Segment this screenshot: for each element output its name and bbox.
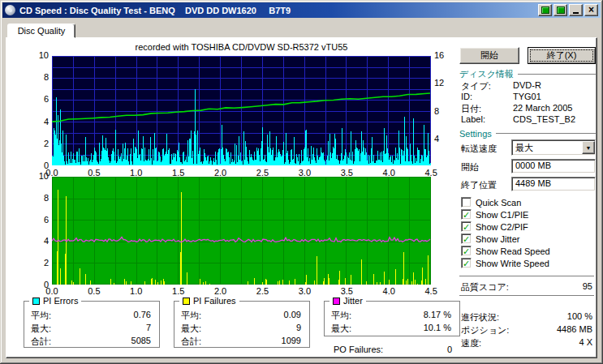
checkbox-show-read-speed[interactable]: ✓Show Read Speed xyxy=(461,245,591,257)
close-button[interactable]: × xyxy=(584,4,598,16)
legend-title-row: PI Errors xyxy=(29,296,81,306)
window-title: CD Speed : Disc Quality Test - BENQ DVD … xyxy=(19,6,536,15)
axis-tick-label: 10 xyxy=(39,171,49,182)
green-monitor-icon xyxy=(541,6,549,14)
pi-failures-swatch-icon xyxy=(183,298,190,305)
top-chart-y-axis-right: 161284 xyxy=(434,50,454,144)
axis-tick-label: 2 xyxy=(44,139,49,149)
tab-label: Disc Quality xyxy=(18,26,66,36)
po-failures-value: 0 xyxy=(447,345,452,354)
titlebar-green-icon-button-2[interactable] xyxy=(553,4,567,16)
axis-tick-label: 1.5 xyxy=(157,286,200,296)
axis-tick-label: 16 xyxy=(434,50,444,61)
disc-type-value: DVD-R xyxy=(513,80,541,90)
top-chart-y-axis-left: 1086420 xyxy=(28,50,49,171)
checkbox-quick-scan[interactable]: Quick Scan xyxy=(461,196,591,208)
axis-tick-label: 0.5 xyxy=(73,286,115,296)
exit-button[interactable]: 終了(X) xyxy=(528,47,596,64)
axis-tick-label: 4.0 xyxy=(368,286,410,296)
start-position-field[interactable]: 0000 MB xyxy=(511,159,596,173)
legend-title: PI Errors xyxy=(43,296,78,306)
check-icon: ✓ xyxy=(463,211,470,219)
checkbox-box[interactable]: ✓ xyxy=(461,209,472,220)
tab-page: recorded with TOSHIBA CD/DVDW SD-R5372 v… xyxy=(6,37,597,358)
legend-row: 合計:5085 xyxy=(31,336,151,349)
check-icon: ✓ xyxy=(463,223,470,231)
position-value: 4486 MB xyxy=(557,324,592,335)
tab-disc-quality[interactable]: Disc Quality xyxy=(7,24,75,38)
checkbox-label: Show Write Speed xyxy=(476,259,549,268)
progress-value: 100 % xyxy=(567,311,592,322)
pif-jitter-chart xyxy=(52,177,431,285)
checkbox-box[interactable]: ✓ xyxy=(461,221,472,232)
legend-row: 最大:9 xyxy=(181,323,301,336)
po-failures-label: PO Failures: xyxy=(334,345,383,354)
legend-row: 平均:0.76 xyxy=(31,310,151,323)
checkbox-label: Show C1/PIE xyxy=(476,210,528,220)
bottom-chart-y-axis-left: 1086420 xyxy=(28,171,49,290)
axis-tick-label: 4 xyxy=(44,117,49,127)
minimize-button[interactable] xyxy=(569,4,583,16)
axis-tick-label: 8 xyxy=(44,193,49,203)
checkbox-box[interactable]: ✓ xyxy=(461,233,472,244)
axis-tick-label: 8 xyxy=(44,72,49,83)
quality-score-row: 品質スコア: 95 xyxy=(461,281,592,292)
title-bar: CD Speed : Disc Quality Test - BENQ DVD … xyxy=(2,2,601,18)
window: CD Speed : Disc Quality Test - BENQ DVD … xyxy=(0,0,603,364)
legend-jitter: Jitter 平均:8.17 % 最大:10.1 % xyxy=(324,301,460,336)
axis-tick-label: 2.0 xyxy=(200,286,242,296)
end-position-field[interactable]: 4489 MB xyxy=(511,177,596,191)
header-rule xyxy=(496,133,596,135)
start-button[interactable]: 開始 xyxy=(459,47,519,64)
disc-info-header: ディスク情報 xyxy=(459,69,596,79)
legend-row: 平均:8.17 % xyxy=(331,310,451,323)
checkbox-show-c2-pif[interactable]: ✓Show C2/PIF xyxy=(461,221,591,233)
checkbox-show-write-speed[interactable]: ✓Show Write Speed xyxy=(461,257,591,269)
legend-row: 最大:10.1 % xyxy=(331,323,451,336)
pie-errors-chart xyxy=(52,56,431,165)
checkbox-label: Quick Scan xyxy=(476,198,521,208)
axis-tick-label: 3.5 xyxy=(325,286,368,296)
legend-pi-errors: PI Errors 平均:0.76 最大:7 合計:5085 xyxy=(24,301,160,348)
axis-tick-label: 4 xyxy=(434,134,439,144)
checkbox-show-jitter[interactable]: ✓Show Jitter xyxy=(461,233,591,245)
disc-id-value: TYG01 xyxy=(513,92,541,101)
checkbox-box[interactable]: ✓ xyxy=(461,246,472,256)
close-icon: × xyxy=(588,6,594,15)
po-failures-row: PO Failures: 0 xyxy=(324,345,460,354)
bottom-chart-x-axis: 0.00.51.01.52.02.53.03.54.04.5 xyxy=(31,286,452,296)
jitter-swatch-icon xyxy=(333,298,340,305)
transfer-speed-select[interactable]: 最大 ▼ xyxy=(511,139,596,156)
disc-date-row: 日付: 22 March 2005 xyxy=(461,103,596,113)
progress-row: 進行状況: 100 % xyxy=(461,311,592,322)
check-icon: ✓ xyxy=(463,247,470,255)
axis-tick-label: 2 xyxy=(44,258,49,268)
speed-row: 速度: 4 X xyxy=(461,337,592,348)
position-row: ポジション: 4486 MB xyxy=(461,324,592,335)
pi-errors-swatch-icon xyxy=(32,298,40,305)
right-panel: 開始 終了(X) ディスク情報 タイプ: DVD-R ID: TYG01 日付:… xyxy=(459,38,596,359)
disc-label-row: Label: CDS_TEST_B2 xyxy=(461,114,596,125)
legend-title-row: PI Failures xyxy=(179,296,239,306)
checkbox-box[interactable]: ✓ xyxy=(461,258,472,268)
axis-tick-label: 0.0 xyxy=(31,286,73,296)
checkbox-label: Show Read Speed xyxy=(476,246,550,256)
checkbox-show-c1-pie[interactable]: ✓Show C1/PIE xyxy=(461,208,591,221)
settings-header: Settings xyxy=(459,128,596,139)
recorded-with-note: recorded with TOSHIBA CD/DVDW SD-R5372 v… xyxy=(52,42,431,52)
check-icon: ✓ xyxy=(463,259,470,268)
checkbox-label: Show C2/PIF xyxy=(476,222,528,232)
legend-title-row: Jitter xyxy=(329,296,366,306)
axis-tick-label: 6 xyxy=(44,94,49,105)
axis-tick-label: 2.5 xyxy=(242,286,284,296)
checkbox-label: Show Jitter xyxy=(476,234,519,244)
disc-date-value: 22 March 2005 xyxy=(513,103,572,113)
quality-score-value: 95 xyxy=(583,281,592,292)
chevron-down-icon[interactable]: ▼ xyxy=(582,141,595,154)
axis-tick-label: 3.0 xyxy=(283,286,325,296)
check-icon: ✓ xyxy=(463,235,470,243)
axis-tick-label: 4 xyxy=(44,236,49,246)
checkbox-box[interactable] xyxy=(461,197,472,208)
axis-tick-label: 8 xyxy=(434,106,439,117)
titlebar-green-icon-button-1[interactable] xyxy=(538,4,552,16)
